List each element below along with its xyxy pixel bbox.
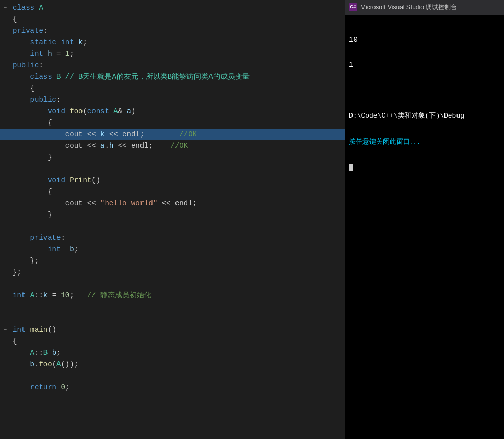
code-line-24: };: [0, 267, 345, 278]
code-line-21: private:: [0, 232, 345, 244]
code-line-23: };: [0, 255, 345, 267]
line-22-content: int _b;: [10, 244, 345, 255]
line-26-content: int A::k = 10; // 静态成员初始化: [10, 290, 345, 301]
code-line-16: − void Print(): [0, 175, 345, 186]
line-5-content: int h = 1;: [10, 48, 345, 60]
line-18-content: cout << "hello world" << endl;: [10, 198, 345, 209]
line-10-content: void foo(const A& a): [10, 106, 345, 117]
code-line-9: public:: [0, 94, 345, 106]
console-panel: C# Microsoft Visual Studio 调试控制台 10 1 D:…: [345, 0, 504, 439]
output-line-1: 10: [349, 36, 500, 44]
line-3-content: private:: [10, 25, 345, 37]
code-line-22: int _b;: [0, 244, 345, 255]
line-1-content: class A: [10, 2, 345, 14]
code-line-17: {: [0, 186, 345, 198]
code-line-20: [0, 221, 345, 232]
fold-1[interactable]: −: [0, 2, 10, 14]
code-line-3: private:: [0, 25, 345, 37]
code-line-18: cout << "hello world" << endl;: [0, 198, 345, 209]
console-title: Microsoft Visual Studio 调试控制台: [360, 3, 457, 12]
line-28-content: [10, 313, 345, 324]
line-9-content: public:: [10, 94, 345, 106]
console-cursor: [349, 164, 353, 171]
code-line-2: {: [0, 14, 345, 25]
line-33-content: [10, 370, 345, 382]
console-titlebar: C# Microsoft Visual Studio 调试控制台: [345, 0, 504, 15]
code-line-1: − class A: [0, 2, 345, 14]
code-line-31: A::B b;: [0, 347, 345, 359]
code-line-19: }: [0, 209, 345, 221]
code-line-13: cout << a.h << endl; //OK: [0, 140, 345, 152]
line-30-content: {: [10, 336, 345, 347]
code-line-7: class B // B天生就是A的友元，所以类B能够访问类A的成员变量: [0, 71, 345, 83]
code-line-4: static int k;: [0, 37, 345, 48]
code-line-5: int h = 1;: [0, 48, 345, 60]
fold-29[interactable]: −: [0, 324, 10, 336]
fold-16[interactable]: −: [0, 175, 10, 186]
line-8-content: {: [10, 83, 345, 94]
vs-icon: C#: [349, 3, 357, 11]
code-line-11: {: [0, 117, 345, 129]
line-2-content: {: [10, 14, 345, 25]
line-34-content: return 0;: [10, 382, 345, 393]
line-16-content: void Print(): [10, 175, 345, 186]
code-line-6: public:: [0, 60, 345, 71]
code-line-30: {: [0, 336, 345, 347]
code-line-8: {: [0, 83, 345, 94]
code-line-15: [0, 163, 345, 175]
line-6-content: public:: [10, 60, 345, 71]
code-line-34: return 0;: [0, 382, 345, 393]
code-editor: − class A { private: static int k; int h…: [0, 0, 345, 439]
line-7-content: class B // B天生就是A的友元，所以类B能够访问类A的成员变量: [10, 71, 345, 83]
console-path: D:\Code\C++\类和对象(下)\Debug: [349, 111, 500, 120]
console-hint: 按任意键关闭此窗口. . .: [349, 137, 500, 146]
console-output: 10 1 D:\Code\C++\类和对象(下)\Debug 按任意键关闭此窗口…: [345, 15, 504, 439]
line-15-content: [10, 163, 345, 175]
code-line-14: }: [0, 152, 345, 163]
fold-10[interactable]: −: [0, 106, 10, 117]
output-line-3: [349, 86, 500, 94]
line-21-content: private:: [10, 232, 345, 244]
code-line-32: b.foo(A());: [0, 359, 345, 370]
line-25-content: [10, 278, 345, 290]
line-13-content: cout << a.h << endl; //OK: [10, 140, 345, 152]
code-line-27: [0, 301, 345, 313]
code-line-28: [0, 313, 345, 324]
line-27-content: [10, 301, 345, 313]
line-32-content: b.foo(A());: [10, 359, 345, 370]
line-11-content: {: [10, 117, 345, 129]
code-line-29: − int main(): [0, 324, 345, 336]
code-line-26: int A::k = 10; // 静态成员初始化: [0, 290, 345, 301]
console-cursor-line: [349, 163, 500, 171]
code-line-10: − void foo(const A& a): [0, 106, 345, 117]
code-line-25: [0, 278, 345, 290]
line-20-content: [10, 221, 345, 232]
line-24-content: };: [10, 267, 345, 278]
code-line-12: cout << k << endl; //OK: [0, 129, 345, 140]
line-23-content: };: [10, 255, 345, 267]
output-line-2: 1: [349, 61, 500, 69]
line-12-content: cout << k << endl; //OK: [10, 129, 345, 140]
line-31-content: A::B b;: [10, 347, 345, 359]
line-4-content: static int k;: [10, 37, 345, 48]
line-19-content: }: [10, 209, 345, 221]
line-29-content: int main(): [10, 324, 345, 336]
line-14-content: }: [10, 152, 345, 163]
line-17-content: {: [10, 186, 345, 198]
code-line-33: [0, 370, 345, 382]
